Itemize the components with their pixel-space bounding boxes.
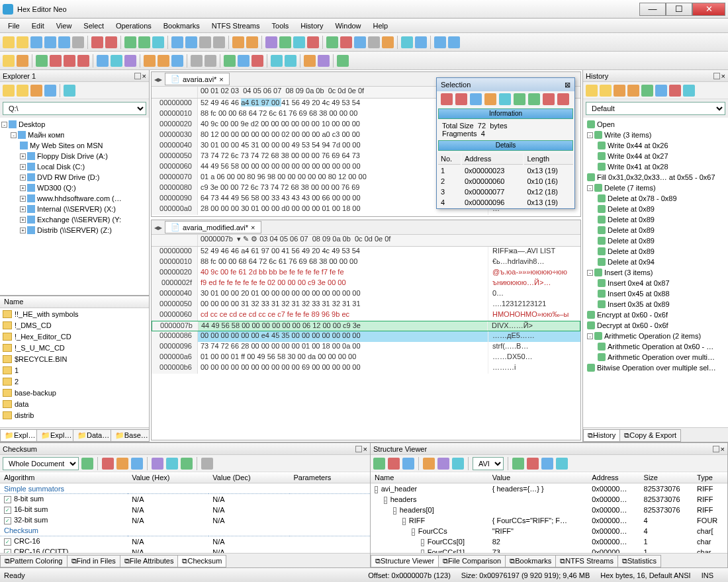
- toolbar-icon[interactable]: [326, 36, 338, 48]
- tree-item[interactable]: +Floppy Disk Drive (A:): [1, 151, 148, 161]
- menu-bookmarks[interactable]: Bookmarks: [158, 21, 205, 31]
- toolbar-icon[interactable]: [185, 36, 197, 48]
- toolbar-icon[interactable]: [144, 55, 156, 67]
- toolbar-icon[interactable]: [124, 55, 136, 67]
- checksum-tab[interactable]: ⧉Checksum: [177, 555, 226, 567]
- history-item[interactable]: Delete at 0x89: [584, 246, 727, 257]
- drive-dropdown[interactable]: Q:\: [3, 102, 146, 115]
- history-tool-icon[interactable]: [600, 85, 612, 97]
- menu-edit[interactable]: Edit: [26, 21, 50, 31]
- explorer-tab[interactable]: 📁Expl…: [36, 429, 73, 442]
- list-item[interactable]: !_Hex_Editor_CD: [0, 331, 149, 342]
- history-tool-icon[interactable]: [586, 85, 598, 97]
- tree-item[interactable]: +Internal (\\SERVER) (X:): [1, 204, 148, 214]
- toolbar-icon[interactable]: [382, 36, 394, 48]
- structure-table[interactable]: NameValueAddressSizeType- avi_header{ he…: [371, 472, 727, 553]
- history-item[interactable]: Encrypt at 0x60 - 0x6f: [584, 310, 727, 320]
- history-item[interactable]: Write 0x41 at 0x28: [584, 161, 727, 172]
- toolbar-icon[interactable]: [318, 55, 330, 67]
- file-tab-1[interactable]: 📄 avaria.avi* ×: [165, 73, 230, 85]
- history-item[interactable]: Fill 0x31,0x32,0x33… at 0x55 - 0x67: [584, 172, 727, 183]
- toolbar-icon[interactable]: [50, 55, 62, 67]
- menu-view[interactable]: View: [51, 21, 77, 31]
- history-tool-icon[interactable]: [669, 85, 681, 97]
- list-item[interactable]: base-backup: [0, 387, 149, 398]
- recalc-icon[interactable]: [81, 458, 93, 470]
- toolbar-icon[interactable]: [337, 55, 349, 67]
- toolbar-icon[interactable]: [171, 55, 183, 67]
- history-item[interactable]: -Write (3 items): [584, 130, 727, 140]
- structure-scheme-dropdown[interactable]: AVI: [473, 457, 504, 470]
- list-item[interactable]: !_S_U_MC_CD: [0, 342, 149, 353]
- menu-ntfs-streams[interactable]: NTFS Streams: [206, 21, 265, 31]
- list-item[interactable]: distrib: [0, 409, 149, 421]
- toolbar-icon[interactable]: [205, 55, 216, 67]
- toolbar-icon[interactable]: [105, 36, 117, 48]
- sel-tool-icon[interactable]: [484, 93, 496, 105]
- view-icon[interactable]: [44, 85, 56, 97]
- pin-icon[interactable]: [134, 73, 141, 79]
- maximize-button[interactable]: ☐: [666, 3, 692, 16]
- tree-item[interactable]: -Майн комп: [1, 130, 148, 140]
- checksum-tab[interactable]: ⧉Pattern Coloring: [0, 555, 68, 567]
- toolbar-icon[interactable]: [17, 36, 28, 48]
- sigma-icon[interactable]: [152, 458, 163, 470]
- history-item[interactable]: Arithmetic Operation at 0x60 - …: [584, 341, 727, 352]
- toolbar-icon[interactable]: [304, 55, 316, 67]
- history-item[interactable]: -Delete (7 items): [584, 183, 727, 193]
- panel-close-icon[interactable]: ×: [142, 72, 146, 80]
- menu-history[interactable]: History: [295, 21, 328, 31]
- toolbar-icon[interactable]: [401, 36, 413, 48]
- toolbar-icon[interactable]: [307, 36, 319, 48]
- toolbar-icon[interactable]: [434, 36, 446, 48]
- sel-tool-icon[interactable]: [455, 93, 467, 105]
- toolbar-icon[interactable]: [199, 36, 211, 48]
- toolbar-icon[interactable]: [265, 36, 277, 48]
- history-tool-icon[interactable]: [655, 85, 667, 97]
- list-item[interactable]: 2: [0, 376, 149, 387]
- menu-help[interactable]: Help: [368, 21, 394, 31]
- toolbar-icon[interactable]: [77, 55, 89, 67]
- structure-tab[interactable]: ⧉NTFS Streams: [555, 555, 618, 567]
- history-item[interactable]: Insert 0xe4 at 0x87: [584, 278, 727, 288]
- list-item[interactable]: data: [0, 398, 149, 409]
- toolbar-icon[interactable]: [152, 36, 164, 48]
- toolbar-icon[interactable]: [36, 55, 48, 67]
- toolbar-icon[interactable]: [30, 36, 42, 48]
- explorer-tree[interactable]: -Desktop-Майн компMy Web Sites on MSN+Fl…: [0, 118, 149, 295]
- list-item[interactable]: 1: [0, 364, 149, 376]
- structure-tab[interactable]: ⧉Structure Viewer: [371, 555, 439, 567]
- history-tool-icon[interactable]: [683, 85, 695, 97]
- close-button[interactable]: ✕: [692, 3, 725, 16]
- folder-icon[interactable]: [30, 85, 42, 97]
- history-item[interactable]: Decrypt at 0x60 - 0x6f: [584, 320, 727, 331]
- toolbar-icon[interactable]: [158, 55, 169, 67]
- history-tool-icon[interactable]: [627, 85, 639, 97]
- tab-nav-left[interactable]: ◂▸: [154, 75, 162, 84]
- history-tab[interactable]: ⧉History: [583, 429, 620, 442]
- folder-new-icon[interactable]: [17, 85, 28, 97]
- toolbar-icon[interactable]: [213, 36, 225, 48]
- toolbar-icon[interactable]: [3, 55, 15, 67]
- explorer-tab[interactable]: 📁Expl…: [0, 429, 37, 442]
- tree-item[interactable]: My Web Sites on MSN: [1, 140, 148, 151]
- explorer-tab[interactable]: 📁Data…: [73, 429, 111, 442]
- toolbar-icon[interactable]: [91, 36, 103, 48]
- checksum-tab[interactable]: ⧉File Attributes: [120, 555, 179, 567]
- history-item[interactable]: Insert 0x35 at 0x89: [584, 299, 727, 310]
- sel-tool-icon[interactable]: [441, 93, 453, 105]
- history-tool-icon[interactable]: [641, 85, 653, 97]
- explorer-tab[interactable]: 📁Base…: [111, 429, 150, 442]
- toolbar-icon[interactable]: [191, 55, 203, 67]
- toolbar-icon[interactable]: [368, 36, 380, 48]
- history-item[interactable]: Write 0x44 at 0x27: [584, 151, 727, 161]
- list-item[interactable]: !!_HE_with symbols: [0, 308, 149, 319]
- tree-item[interactable]: +Local Disk (C:): [1, 161, 148, 172]
- structure-tab[interactable]: ⧉Statistics: [617, 555, 661, 567]
- toolbar-icon[interactable]: [138, 36, 150, 48]
- toolbar-icon[interactable]: [340, 36, 352, 48]
- list-item[interactable]: !_DMS_CD: [0, 319, 149, 331]
- toolbar-icon[interactable]: [224, 55, 236, 67]
- sel-tool-icon[interactable]: [557, 93, 569, 105]
- history-item[interactable]: -Insert (3 items): [584, 267, 727, 278]
